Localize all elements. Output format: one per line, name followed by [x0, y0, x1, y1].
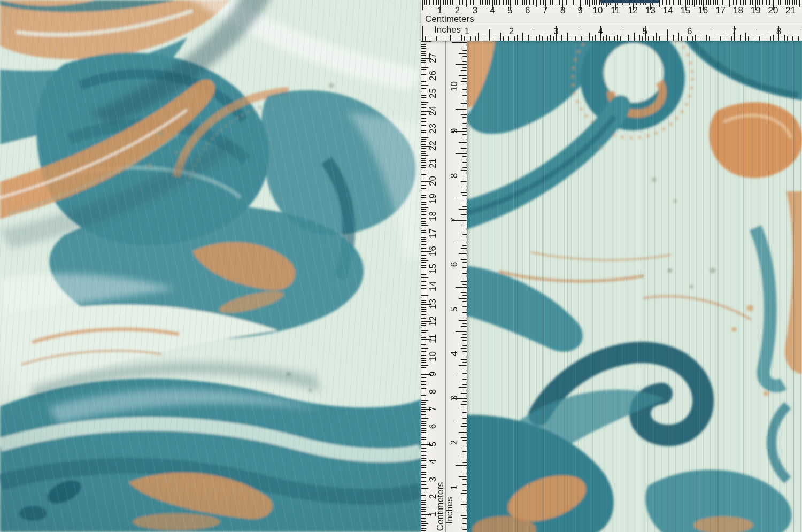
cm-tick [421, 320, 426, 320]
cm-tick [799, 0, 800, 7]
cm-tick [421, 420, 426, 420]
cm-tick [431, 0, 431, 7]
inch-tick [770, 36, 771, 41]
cm-tick [421, 344, 426, 345]
cm-tick [421, 502, 426, 503]
cm-tick [421, 488, 428, 489]
cm-tick [421, 451, 426, 452]
cm-tick [421, 313, 428, 313]
horizontal-inches-label: Inches [434, 25, 461, 35]
inch-tick [598, 36, 598, 41]
cm-tick [421, 299, 426, 299]
cm-tick [421, 381, 426, 382]
inch-tick [461, 371, 467, 371]
cm-number: 26 [429, 68, 437, 83]
inch-tick [498, 36, 498, 41]
inch-tick [754, 36, 754, 41]
cm-tick [573, 0, 574, 5]
inch-tick [462, 318, 467, 318]
inch-tick [462, 396, 467, 396]
cm-tick [421, 439, 426, 440]
inch-tick [456, 198, 467, 198]
cm-tick [482, 0, 483, 5]
cm-tick [421, 218, 426, 219]
inch-tick [614, 36, 615, 41]
cm-tick [421, 527, 426, 527]
inch-tick [550, 35, 551, 41]
cm-tick [421, 350, 426, 350]
cm-tick [421, 397, 426, 397]
cm-tick [421, 85, 428, 86]
cm-tick [498, 0, 498, 5]
cm-tick [421, 137, 428, 138]
inch-tick [462, 368, 467, 368]
cm-tick [577, 0, 577, 5]
cm-tick [421, 353, 426, 353]
inch-tick [637, 36, 637, 41]
inch-tick [462, 423, 467, 424]
inch-tick [462, 301, 467, 302]
cm-tick [421, 448, 426, 449]
inch-tick [461, 337, 467, 338]
cm-tick [680, 0, 681, 5]
inch-tick [462, 384, 467, 385]
cm-tick [421, 506, 428, 506]
cm-tick [435, 0, 435, 5]
cm-tick [447, 0, 448, 5]
inch-tick [462, 45, 467, 45]
cm-tick [582, 0, 582, 5]
cm-tick [421, 60, 426, 61]
inch-tick [462, 290, 467, 290]
inch-tick [462, 435, 467, 435]
cm-tick [421, 311, 426, 312]
cm-tick [570, 0, 570, 5]
cm-tick [677, 0, 677, 7]
cm-tick [421, 46, 426, 47]
cm-tick [421, 477, 426, 478]
inch-tick [514, 36, 515, 41]
inch-tick [759, 36, 760, 41]
cm-tick [796, 0, 797, 5]
cm-tick [421, 71, 426, 71]
cm-number: 19 [749, 6, 762, 16]
inch-tick [559, 36, 559, 41]
cm-number: 20 [766, 6, 780, 16]
inch-tick [773, 35, 774, 41]
inch-tick [459, 53, 467, 54]
inch-tick [459, 320, 467, 321]
inch-tick [464, 36, 465, 41]
inch-tick [678, 33, 679, 41]
cm-tick [421, 160, 426, 161]
cm-tick [421, 187, 426, 187]
cm-tick [421, 318, 426, 319]
cm-tick [421, 174, 426, 175]
inch-tick [737, 36, 737, 41]
cm-tick [421, 74, 426, 75]
cm-tick [566, 0, 567, 5]
inch-tick [484, 35, 484, 41]
cm-tick [421, 362, 426, 363]
cm-tick [421, 317, 426, 317]
inch-tick [462, 446, 467, 446]
cm-tick [421, 285, 426, 286]
inch-tick [434, 33, 434, 41]
inch-tick [462, 190, 467, 190]
cm-tick [421, 481, 426, 482]
cm-number: 7 [538, 6, 552, 16]
cm-tick [592, 0, 593, 5]
inch-tick [462, 507, 467, 507]
inch-tick [701, 33, 701, 41]
cm-tick [421, 214, 426, 215]
cm-tick [421, 495, 426, 496]
inch-tick [462, 89, 467, 90]
cm-tick [421, 365, 428, 366]
cm-tick [421, 236, 426, 236]
inch-tick [428, 35, 428, 41]
inch-tick [456, 376, 467, 376]
inch-tick [461, 493, 467, 494]
cm-tick [421, 457, 426, 457]
cm-tick [421, 474, 426, 475]
inch-tick [642, 36, 643, 41]
inch-tick [462, 362, 467, 363]
cm-tick [421, 446, 426, 446]
